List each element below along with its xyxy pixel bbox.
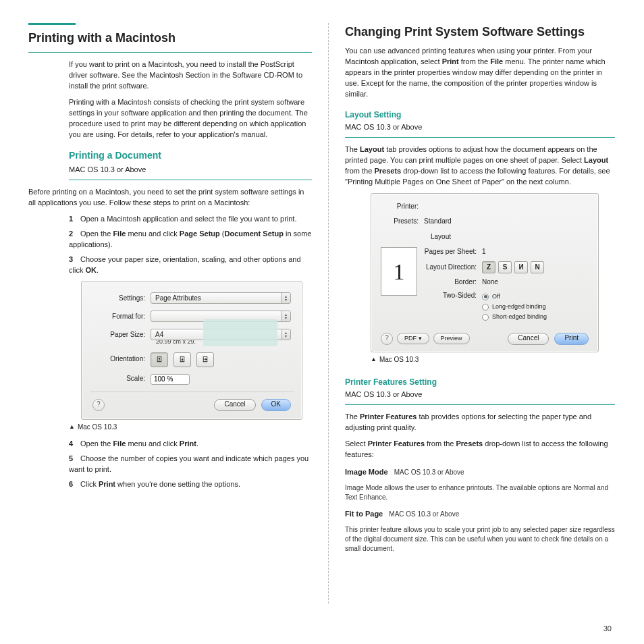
intro-text: If you want to print on a Macintosh, you… (69, 59, 312, 140)
layout-heading: Layout Setting (345, 109, 615, 121)
pdf-button[interactable]: PDF ▾ (397, 333, 429, 344)
triangle-icon: ▲ (69, 423, 75, 430)
scale-input[interactable] (151, 374, 190, 385)
help-button[interactable]: ? (381, 333, 393, 345)
print-layout-dialog: Printer: Presets: Standard Layout 1 Page… (371, 193, 599, 352)
label: Orientation: (92, 354, 151, 365)
steps-list-cont: 4 Open the File menu and click Print. 5 … (69, 439, 312, 490)
rule (28, 52, 312, 53)
pages-per-sheet-combo[interactable]: 1 (482, 247, 537, 257)
layout-dir-4-icon[interactable]: N (531, 261, 544, 273)
right-column: Changing Print System Software Settings … (345, 23, 615, 603)
two-sided-radios: Off Long-edged binding Short-edged bindi… (482, 291, 547, 321)
image-mode-block: Image Mode MAC OS 10.3 or Above Image Mo… (345, 467, 615, 502)
divider (90, 392, 294, 392)
page-setup-dialog: Settings: Page Attributes Format for: Pa… (81, 281, 302, 419)
para: If you want to print on a Macintosh, you… (69, 59, 312, 92)
label: Printer: (381, 202, 424, 212)
layout-subheading: MAC OS 10.3 or Above (345, 122, 615, 138)
triangle-icon: ▲ (371, 356, 377, 363)
step: 3 Choose your paper size, orientation, s… (69, 254, 312, 276)
para: Select Printer Features from the Presets… (345, 439, 615, 460)
step: 1 Open a Macintosh application and selec… (69, 214, 312, 225)
left-column: Printing with a Macintosh If you want to… (28, 23, 312, 603)
combo-caret-icon (281, 293, 290, 303)
image-mode-heading: Image Mode (345, 468, 388, 476)
preview-button[interactable]: Preview (433, 333, 470, 344)
orientation-icons: ⍐ ⍗ ⍈ (151, 352, 214, 367)
combo-caret-icon (281, 311, 290, 321)
fit-heading: Fit to Page (345, 510, 383, 518)
combo-caret-icon (281, 329, 290, 340)
section-subheading: MAC OS 10.3 or Above (69, 165, 312, 180)
step: 6 Click Print when you're done setting t… (69, 479, 312, 490)
figure-caption: ▲Mac OS 10.3 (69, 423, 312, 433)
figure-caption: ▲Mac OS 10.3 (371, 355, 615, 365)
accent-bar (28, 23, 76, 25)
border-combo[interactable]: None (482, 277, 537, 288)
step: 4 Open the File menu and click Print. (69, 439, 312, 450)
fit-to-page-block: Fit to Page MAC OS 10.3 or Above This pr… (345, 509, 615, 554)
fit-sub: MAC OS 10.3 or Above (389, 510, 459, 518)
callout-highlight (203, 319, 277, 346)
page-number: 30 (603, 624, 612, 635)
help-button[interactable]: ? (92, 399, 105, 411)
settings-combo[interactable]: Page Attributes (151, 292, 291, 304)
print-button[interactable]: Print (554, 333, 589, 345)
printer-features-sub: MAC OS 10.3 or Above (345, 390, 615, 405)
layout-description: The Layout tab provides options to adjus… (345, 144, 615, 188)
page-title: Printing with a Macintosh (28, 29, 312, 47)
orientation-portrait-icon[interactable]: ⍐ (151, 352, 168, 367)
radio-short[interactable] (482, 314, 489, 321)
steps-list: 1 Open a Macintosh application and selec… (69, 214, 312, 276)
label: Paper Size: (92, 330, 151, 340)
layout-dir-2-icon[interactable]: S (498, 261, 512, 273)
radio-off[interactable] (482, 294, 489, 300)
layout-preview: 1 (381, 247, 417, 296)
label: Settings: (92, 294, 151, 304)
para: Printing with a Macintosh consists of ch… (69, 97, 312, 140)
printer-features-heading: Printer Features Setting (345, 377, 615, 388)
radio-long[interactable] (482, 304, 489, 311)
para: You can use advanced printing features w… (345, 46, 615, 100)
label: Scale: (92, 374, 151, 384)
para: The Printer Features tab provides option… (345, 412, 615, 433)
image-mode-body: Image Mode allows the user to enhance pr… (345, 483, 615, 502)
presets-combo[interactable]: Standard (424, 217, 589, 227)
step: 5 Choose the number of copies you want a… (69, 454, 312, 475)
layout-dir-1-icon[interactable]: Z (482, 261, 495, 273)
layout-dir-3-icon[interactable]: И (514, 261, 528, 273)
ok-button[interactable]: OK (261, 399, 291, 411)
label: Format for: (92, 312, 151, 322)
label: Layout Direction: (424, 263, 482, 273)
section-heading: Printing a Document (69, 149, 312, 162)
column-divider (328, 23, 329, 603)
panel-combo[interactable]: Layout (431, 232, 539, 242)
step: 2 Open the File menu and click Page Setu… (69, 229, 312, 250)
label: Border: (424, 277, 482, 288)
section-title: Changing Print System Software Settings (345, 23, 615, 41)
cancel-button[interactable]: Cancel (214, 399, 255, 411)
orientation-landscape-rev-icon[interactable]: ⍈ (196, 352, 214, 367)
section-description: Before printing on a Macintosh, you need… (28, 187, 312, 209)
layout-direction-icons: Z S И N (482, 261, 544, 273)
fit-body: This printer feature allows you to scale… (345, 525, 615, 554)
image-mode-sub: MAC OS 10.3 or Above (394, 468, 464, 476)
label: Presets: (381, 217, 424, 227)
intro-text: You can use advanced printing features w… (345, 46, 615, 100)
label: Pages per Sheet: (424, 247, 482, 257)
cancel-button[interactable]: Cancel (508, 333, 549, 345)
label: Two-Sided: (424, 291, 482, 301)
orientation-landscape-icon[interactable]: ⍗ (173, 352, 191, 367)
